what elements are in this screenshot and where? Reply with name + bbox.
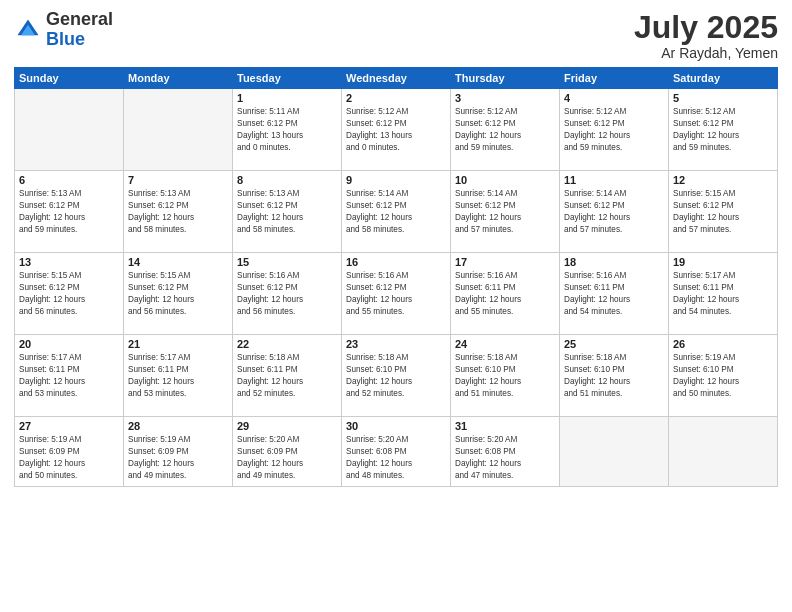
weekday-header-tuesday: Tuesday	[233, 68, 342, 89]
calendar-cell: 12Sunrise: 5:15 AMSunset: 6:12 PMDayligh…	[669, 171, 778, 253]
day-info: Sunrise: 5:14 AMSunset: 6:12 PMDaylight:…	[564, 188, 664, 236]
calendar-cell: 11Sunrise: 5:14 AMSunset: 6:12 PMDayligh…	[560, 171, 669, 253]
day-number: 1	[237, 92, 337, 104]
calendar-cell: 25Sunrise: 5:18 AMSunset: 6:10 PMDayligh…	[560, 335, 669, 417]
calendar-cell: 15Sunrise: 5:16 AMSunset: 6:12 PMDayligh…	[233, 253, 342, 335]
day-info: Sunrise: 5:15 AMSunset: 6:12 PMDaylight:…	[128, 270, 228, 318]
logo: General Blue	[14, 10, 113, 50]
calendar-cell: 3Sunrise: 5:12 AMSunset: 6:12 PMDaylight…	[451, 89, 560, 171]
day-info: Sunrise: 5:18 AMSunset: 6:10 PMDaylight:…	[564, 352, 664, 400]
calendar-week-row: 20Sunrise: 5:17 AMSunset: 6:11 PMDayligh…	[15, 335, 778, 417]
day-number: 31	[455, 420, 555, 432]
calendar-cell: 6Sunrise: 5:13 AMSunset: 6:12 PMDaylight…	[15, 171, 124, 253]
day-info: Sunrise: 5:16 AMSunset: 6:11 PMDaylight:…	[564, 270, 664, 318]
day-number: 22	[237, 338, 337, 350]
day-info: Sunrise: 5:17 AMSunset: 6:11 PMDaylight:…	[673, 270, 773, 318]
calendar-cell: 21Sunrise: 5:17 AMSunset: 6:11 PMDayligh…	[124, 335, 233, 417]
day-number: 3	[455, 92, 555, 104]
calendar-cell: 14Sunrise: 5:15 AMSunset: 6:12 PMDayligh…	[124, 253, 233, 335]
weekday-header-thursday: Thursday	[451, 68, 560, 89]
day-info: Sunrise: 5:20 AMSunset: 6:09 PMDaylight:…	[237, 434, 337, 482]
day-info: Sunrise: 5:20 AMSunset: 6:08 PMDaylight:…	[346, 434, 446, 482]
calendar-week-row: 6Sunrise: 5:13 AMSunset: 6:12 PMDaylight…	[15, 171, 778, 253]
calendar-cell: 30Sunrise: 5:20 AMSunset: 6:08 PMDayligh…	[342, 417, 451, 487]
day-number: 24	[455, 338, 555, 350]
calendar-cell: 24Sunrise: 5:18 AMSunset: 6:10 PMDayligh…	[451, 335, 560, 417]
day-info: Sunrise: 5:12 AMSunset: 6:12 PMDaylight:…	[673, 106, 773, 154]
calendar-cell: 18Sunrise: 5:16 AMSunset: 6:11 PMDayligh…	[560, 253, 669, 335]
calendar-cell: 1Sunrise: 5:11 AMSunset: 6:12 PMDaylight…	[233, 89, 342, 171]
title-block: July 2025 Ar Raydah, Yemen	[634, 10, 778, 61]
logo-icon	[14, 16, 42, 44]
day-number: 30	[346, 420, 446, 432]
day-number: 16	[346, 256, 446, 268]
day-number: 10	[455, 174, 555, 186]
day-number: 20	[19, 338, 119, 350]
day-info: Sunrise: 5:19 AMSunset: 6:09 PMDaylight:…	[128, 434, 228, 482]
calendar-cell: 13Sunrise: 5:15 AMSunset: 6:12 PMDayligh…	[15, 253, 124, 335]
calendar-cell: 4Sunrise: 5:12 AMSunset: 6:12 PMDaylight…	[560, 89, 669, 171]
day-number: 17	[455, 256, 555, 268]
calendar-cell: 22Sunrise: 5:18 AMSunset: 6:11 PMDayligh…	[233, 335, 342, 417]
header: General Blue July 2025 Ar Raydah, Yemen	[14, 10, 778, 61]
calendar-cell: 16Sunrise: 5:16 AMSunset: 6:12 PMDayligh…	[342, 253, 451, 335]
day-number: 14	[128, 256, 228, 268]
day-number: 6	[19, 174, 119, 186]
calendar-cell: 26Sunrise: 5:19 AMSunset: 6:10 PMDayligh…	[669, 335, 778, 417]
day-info: Sunrise: 5:16 AMSunset: 6:12 PMDaylight:…	[237, 270, 337, 318]
page: General Blue July 2025 Ar Raydah, Yemen …	[0, 0, 792, 612]
day-info: Sunrise: 5:14 AMSunset: 6:12 PMDaylight:…	[455, 188, 555, 236]
day-info: Sunrise: 5:17 AMSunset: 6:11 PMDaylight:…	[19, 352, 119, 400]
day-info: Sunrise: 5:17 AMSunset: 6:11 PMDaylight:…	[128, 352, 228, 400]
day-info: Sunrise: 5:18 AMSunset: 6:10 PMDaylight:…	[455, 352, 555, 400]
weekday-header-friday: Friday	[560, 68, 669, 89]
day-info: Sunrise: 5:15 AMSunset: 6:12 PMDaylight:…	[673, 188, 773, 236]
day-number: 5	[673, 92, 773, 104]
day-number: 15	[237, 256, 337, 268]
day-number: 9	[346, 174, 446, 186]
day-info: Sunrise: 5:13 AMSunset: 6:12 PMDaylight:…	[237, 188, 337, 236]
weekday-header-row: SundayMondayTuesdayWednesdayThursdayFrid…	[15, 68, 778, 89]
weekday-header-monday: Monday	[124, 68, 233, 89]
calendar-cell	[124, 89, 233, 171]
calendar-cell: 19Sunrise: 5:17 AMSunset: 6:11 PMDayligh…	[669, 253, 778, 335]
day-number: 11	[564, 174, 664, 186]
calendar-cell: 9Sunrise: 5:14 AMSunset: 6:12 PMDaylight…	[342, 171, 451, 253]
day-info: Sunrise: 5:12 AMSunset: 6:12 PMDaylight:…	[564, 106, 664, 154]
day-number: 13	[19, 256, 119, 268]
day-info: Sunrise: 5:18 AMSunset: 6:10 PMDaylight:…	[346, 352, 446, 400]
weekday-header-saturday: Saturday	[669, 68, 778, 89]
logo-general: General	[46, 9, 113, 29]
day-number: 21	[128, 338, 228, 350]
calendar-week-row: 13Sunrise: 5:15 AMSunset: 6:12 PMDayligh…	[15, 253, 778, 335]
day-number: 2	[346, 92, 446, 104]
day-number: 4	[564, 92, 664, 104]
day-number: 23	[346, 338, 446, 350]
calendar-cell: 23Sunrise: 5:18 AMSunset: 6:10 PMDayligh…	[342, 335, 451, 417]
calendar-cell: 10Sunrise: 5:14 AMSunset: 6:12 PMDayligh…	[451, 171, 560, 253]
day-info: Sunrise: 5:20 AMSunset: 6:08 PMDaylight:…	[455, 434, 555, 482]
day-number: 12	[673, 174, 773, 186]
day-info: Sunrise: 5:19 AMSunset: 6:10 PMDaylight:…	[673, 352, 773, 400]
calendar-cell: 31Sunrise: 5:20 AMSunset: 6:08 PMDayligh…	[451, 417, 560, 487]
calendar-cell: 2Sunrise: 5:12 AMSunset: 6:12 PMDaylight…	[342, 89, 451, 171]
day-info: Sunrise: 5:18 AMSunset: 6:11 PMDaylight:…	[237, 352, 337, 400]
calendar-cell: 29Sunrise: 5:20 AMSunset: 6:09 PMDayligh…	[233, 417, 342, 487]
day-number: 7	[128, 174, 228, 186]
day-number: 26	[673, 338, 773, 350]
day-info: Sunrise: 5:13 AMSunset: 6:12 PMDaylight:…	[128, 188, 228, 236]
day-info: Sunrise: 5:11 AMSunset: 6:12 PMDaylight:…	[237, 106, 337, 154]
calendar-table: SundayMondayTuesdayWednesdayThursdayFrid…	[14, 67, 778, 487]
day-info: Sunrise: 5:12 AMSunset: 6:12 PMDaylight:…	[455, 106, 555, 154]
day-number: 8	[237, 174, 337, 186]
day-number: 19	[673, 256, 773, 268]
calendar-title: July 2025	[634, 10, 778, 45]
calendar-cell	[15, 89, 124, 171]
calendar-cell: 20Sunrise: 5:17 AMSunset: 6:11 PMDayligh…	[15, 335, 124, 417]
calendar-cell: 17Sunrise: 5:16 AMSunset: 6:11 PMDayligh…	[451, 253, 560, 335]
day-info: Sunrise: 5:14 AMSunset: 6:12 PMDaylight:…	[346, 188, 446, 236]
calendar-cell: 28Sunrise: 5:19 AMSunset: 6:09 PMDayligh…	[124, 417, 233, 487]
calendar-cell	[560, 417, 669, 487]
day-number: 29	[237, 420, 337, 432]
calendar-week-row: 1Sunrise: 5:11 AMSunset: 6:12 PMDaylight…	[15, 89, 778, 171]
